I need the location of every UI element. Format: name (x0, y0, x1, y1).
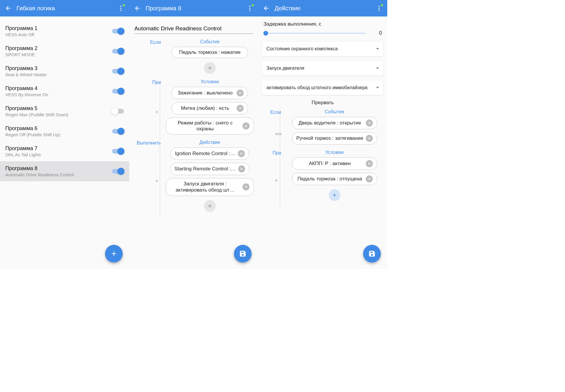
save-icon (368, 250, 376, 258)
dropdown[interactable]: Запуск двигателя (262, 61, 383, 76)
program-title: Программа 3 (5, 65, 112, 72)
program-toggle[interactable] (112, 129, 124, 134)
connector-or: или (275, 132, 282, 136)
action-scroll[interactable]: Задержка выполнения, с 0 Состояние охран… (258, 16, 387, 269)
back-button[interactable] (2, 2, 14, 14)
chip-delete-button[interactable] (238, 165, 245, 172)
add-chip-button[interactable] (329, 189, 340, 201)
chip-text: Педаль тормоза : нажатие (176, 49, 244, 55)
chip-delete-button[interactable] (238, 150, 245, 157)
chip-delete-button[interactable] (366, 160, 373, 167)
program-title: Программа 5 (5, 105, 112, 112)
chip-delete-button[interactable] (366, 175, 373, 182)
chip[interactable]: Режим работы : снято с охраны (166, 117, 254, 134)
appbar-title: Гибкая логика (16, 5, 115, 12)
editor-scroll[interactable]: Если Событие Педаль тормоза : нажатие Пр… (129, 16, 258, 269)
chip-delete-button[interactable] (366, 119, 373, 127)
chip[interactable]: Метка (любая) : есть (172, 102, 248, 114)
chip[interactable]: Ручной тормоз : затягивание (292, 132, 377, 144)
chevron-down-icon (376, 67, 379, 69)
chip[interactable]: Зажигание : выключено (172, 87, 248, 99)
delay-slider[interactable] (263, 33, 365, 34)
chip[interactable]: Запуск двигателя : активировать обход шт… (166, 178, 254, 196)
program-text: Программа 7 DRL As Tail Lights (5, 145, 112, 157)
chip-delete-button[interactable] (237, 89, 244, 97)
program-title: Программа 8 (5, 165, 112, 172)
program-title: Программа 2 (5, 45, 112, 52)
label-execute: Выполнить (132, 140, 164, 146)
chip[interactable]: Педаль тормоза : отпущена (292, 173, 377, 185)
appbar-title: Программа 8 (146, 5, 244, 12)
connector-and: и (275, 178, 277, 182)
add-program-fab[interactable] (105, 245, 123, 263)
chip[interactable]: Педаль тормоза : нажатие (172, 47, 248, 58)
appbar: Действие (258, 0, 387, 16)
add-chip-button[interactable] (204, 62, 216, 74)
chip[interactable]: Дверь водителя : открытие (292, 117, 377, 129)
heading-condition: Условии (164, 79, 256, 84)
screen-flex-logic: Гибкая логика Программа 1 VESS Auto Off … (0, 0, 129, 269)
program-subtitle: Regen Off (Puddle Shift Up) (5, 132, 112, 137)
program-toggle[interactable] (112, 29, 124, 34)
back-button[interactable] (260, 2, 272, 14)
program-title: Программа 4 (5, 85, 112, 92)
notification-badge (381, 4, 383, 6)
interrupt-heading: Прервать (258, 100, 387, 106)
program-toggle[interactable] (112, 89, 124, 94)
program-subtitle: VESS By Reverse On (5, 92, 112, 97)
screen-action-editor: Действие Задержка выполнения, с 0 Состоя… (258, 0, 387, 269)
slider-thumb[interactable] (263, 31, 268, 36)
chip-text: Метка (любая) : есть (176, 105, 234, 111)
chip[interactable]: Ignition Remote Control :… (170, 147, 249, 160)
more-vert-icon (120, 6, 122, 11)
overflow-menu-button[interactable] (373, 2, 385, 14)
appbar: Гибкая логика (0, 0, 129, 16)
chip-delete-button[interactable] (242, 122, 250, 129)
dropdown[interactable]: Состояние охранного комплекса (262, 41, 383, 56)
connector-and: и (156, 178, 158, 183)
chip[interactable]: Starting Remote Control :… (170, 163, 250, 175)
chip-delete-button[interactable] (242, 183, 250, 190)
add-chip-button[interactable] (204, 200, 216, 212)
program-title: Программа 7 (5, 145, 112, 152)
program-subtitle: Regen Max (Puddle Shift Down) (5, 112, 112, 117)
delay-value: 0 (370, 30, 382, 36)
overflow-menu-button[interactable] (115, 2, 127, 14)
chip-text: Ручной тормоз : затягивание (296, 135, 363, 141)
notification-badge (123, 4, 125, 6)
program-row[interactable]: Программа 1 VESS Auto Off (0, 21, 129, 41)
chip-text: Педаль тормоза : отпущена (296, 176, 363, 182)
program-row[interactable]: Программа 7 DRL As Tail Lights (0, 141, 129, 161)
program-toggle[interactable] (112, 109, 124, 114)
back-button[interactable] (132, 2, 143, 14)
notification-badge (252, 4, 254, 6)
heading-action: Действие (164, 140, 256, 145)
dropdown[interactable]: активировать обход штатного иммобилайзер… (262, 80, 383, 95)
chip-delete-button[interactable] (237, 105, 244, 112)
chip-delete-button[interactable] (366, 135, 373, 142)
program-toggle[interactable] (112, 49, 124, 54)
program-text: Программа 1 VESS Auto Off (5, 25, 112, 37)
program-row[interactable]: Программа 8 Automatic Drive Readiness Co… (0, 161, 129, 181)
chevron-down-icon (376, 87, 379, 89)
program-row[interactable]: Программа 5 Regen Max (Puddle Shift Down… (0, 101, 129, 121)
program-row[interactable]: Программа 3 Seat & Wheel Heater (0, 61, 129, 81)
save-fab[interactable] (234, 245, 252, 263)
chip[interactable]: АКПП: P : активен (292, 157, 377, 170)
program-row[interactable]: Программа 6 Regen Off (Puddle Shift Up) (0, 121, 129, 141)
program-toggle[interactable] (112, 69, 124, 74)
heading-event: Событие (164, 39, 256, 44)
plus-icon (110, 250, 118, 258)
program-row[interactable]: Программа 4 VESS By Reverse On (0, 81, 129, 101)
program-toggle[interactable] (112, 169, 124, 174)
program-name-input[interactable] (134, 24, 253, 34)
dropdown-label: активировать обход штатного иммобилайзер… (266, 85, 376, 90)
overflow-menu-button[interactable] (244, 2, 256, 14)
heading-condition: Условии (284, 150, 385, 155)
program-row[interactable]: Программа 2 SPORT MODE (0, 41, 129, 61)
program-text: Программа 8 Automatic Drive Readiness Co… (5, 165, 112, 177)
program-subtitle: Automatic Drive Readiness Control (5, 172, 112, 177)
program-list-scroll[interactable]: Программа 1 VESS Auto Off Программа 2 SP… (0, 16, 129, 269)
save-fab[interactable] (363, 245, 381, 263)
program-toggle[interactable] (112, 149, 124, 154)
